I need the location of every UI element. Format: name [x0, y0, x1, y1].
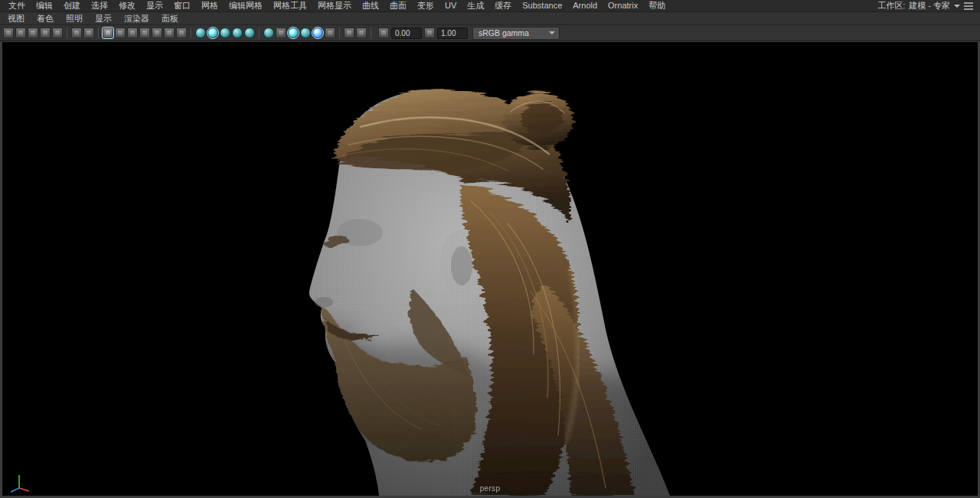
menu-item[interactable]: UV: [439, 0, 462, 11]
main-menubar: 文件编辑创建选择修改显示窗口网格编辑网格网格工具网格显示曲线曲面变形UV生成缓存…: [0, 0, 980, 11]
pan-zoom-group: [71, 28, 94, 38]
menu-item[interactable]: 编辑: [31, 0, 58, 11]
menu-item[interactable]: 修改: [113, 0, 141, 11]
grease-pencil-icon[interactable]: [83, 28, 94, 38]
xray-icon[interactable]: [356, 28, 367, 38]
exposure-icon[interactable]: [378, 28, 389, 38]
textured-icon[interactable]: [220, 28, 230, 38]
panel-menu-item[interactable]: 视图: [2, 12, 31, 24]
menu-item[interactable]: 选择: [86, 0, 113, 11]
film-gate-icon[interactable]: [115, 28, 126, 38]
depth-of-field-icon[interactable]: [325, 28, 335, 38]
toolbar-separator: [371, 28, 371, 38]
shading-group: [195, 28, 255, 38]
panel-menu-item[interactable]: 照明: [60, 12, 89, 24]
chevron-down-icon[interactable]: [954, 5, 960, 8]
motion-blur-icon[interactable]: [300, 28, 311, 38]
toolbar-separator: [339, 28, 340, 38]
viewport-3d[interactable]: persp: [2, 42, 978, 496]
smooth-shade-all-icon[interactable]: [207, 28, 218, 38]
menu-item[interactable]: 网格: [196, 0, 224, 11]
maya-window: 文件编辑创建选择修改显示窗口网格编辑网格网格工具网格显示曲线曲面变形UV生成缓存…: [0, 0, 980, 498]
viewport-frame: persp: [0, 41, 980, 498]
menu-item[interactable]: 网格工具: [268, 0, 312, 11]
multisample-anti-aliasing-icon[interactable]: [312, 28, 323, 38]
display-fields: sRGB gamma: [378, 27, 560, 40]
panel-menu-item[interactable]: 着色: [31, 12, 60, 24]
isolate-select-icon[interactable]: [344, 28, 354, 38]
menu-item[interactable]: 窗口: [168, 0, 196, 11]
menu-item[interactable]: 网格显示: [312, 0, 357, 11]
use-default-material-icon[interactable]: [232, 28, 243, 38]
menu-item[interactable]: 帮助: [643, 0, 671, 11]
bookmark-icon[interactable]: [40, 28, 51, 38]
gamma-input[interactable]: [437, 28, 468, 39]
image-plane-icon[interactable]: [52, 28, 63, 38]
screen-space-ambient-occlusion-icon[interactable]: [288, 28, 299, 38]
workspace-label: 工作区:: [877, 0, 905, 11]
resolution-gate-icon[interactable]: [127, 28, 138, 38]
panel-menu-item[interactable]: 渲染器: [118, 12, 155, 24]
panel-menubar: 视图着色照明显示渲染器面板: [0, 11, 980, 24]
gate-tools-group: [103, 28, 187, 38]
menu-item[interactable]: Ornatrix: [603, 0, 643, 11]
render-effects-group: [263, 28, 335, 38]
exposure-input[interactable]: [391, 28, 422, 39]
workspace-value: 建模 - 专家: [909, 0, 950, 11]
panel-menu-item[interactable]: 面板: [155, 12, 185, 24]
isolate-group: [344, 28, 367, 38]
color-profile-value: sRGB gamma: [479, 28, 544, 37]
wireframe-on-shaded-icon[interactable]: [244, 28, 255, 38]
gamma-icon[interactable]: [424, 28, 435, 38]
toolbar-separator: [191, 28, 191, 38]
wireframe-icon[interactable]: [195, 28, 206, 38]
menu-item[interactable]: 编辑网格: [224, 0, 268, 11]
safe-title-icon[interactable]: [176, 28, 187, 38]
safe-action-icon[interactable]: [164, 28, 175, 38]
camera-attributes-icon[interactable]: [28, 28, 38, 38]
toolbar-separator: [98, 28, 99, 38]
workspace-options-icon[interactable]: [964, 2, 973, 10]
two-d-pan-zoom-icon[interactable]: [71, 28, 82, 38]
workspace-selector[interactable]: 工作区: 建模 - 专家: [877, 0, 977, 11]
panel-menu-item[interactable]: 显示: [89, 12, 118, 24]
lock-camera-icon[interactable]: [15, 28, 26, 38]
field-chart-icon[interactable]: [152, 28, 162, 38]
axis-gizmo-icon: [7, 467, 33, 493]
camera-tools-group: [3, 28, 63, 38]
menu-item[interactable]: Arnold: [567, 0, 603, 11]
toolbar-separator: [67, 28, 67, 38]
camera-select-icon[interactable]: [3, 28, 14, 38]
color-profile-dropdown[interactable]: sRGB gamma: [472, 27, 560, 40]
toolbar-separator: [259, 28, 260, 38]
lighting-icon[interactable]: [263, 28, 274, 38]
head-model: [2, 42, 978, 496]
gate-mask-icon[interactable]: [139, 28, 150, 38]
viewport-toolbar: sRGB gamma: [0, 24, 980, 41]
menu-item[interactable]: 曲面: [384, 0, 412, 11]
menu-item[interactable]: Substance: [517, 0, 567, 11]
shadows-icon[interactable]: [276, 28, 286, 38]
menu-item[interactable]: 创建: [58, 0, 86, 11]
menu-item[interactable]: 生成: [462, 0, 489, 11]
main-menu-items: 文件编辑创建选择修改显示窗口网格编辑网格网格工具网格显示曲线曲面变形UV生成缓存…: [3, 0, 671, 11]
menu-item[interactable]: 缓存: [489, 0, 517, 11]
grid-icon[interactable]: [103, 28, 113, 38]
menu-item[interactable]: 文件: [3, 0, 31, 11]
camera-name-label: persp: [480, 484, 501, 493]
menu-item[interactable]: 显示: [141, 0, 168, 11]
panel-menu-items: 视图着色照明显示渲染器面板: [2, 12, 185, 24]
chevron-down-icon: [549, 31, 555, 34]
menu-item[interactable]: 曲线: [357, 0, 384, 11]
menu-item[interactable]: 变形: [412, 0, 439, 11]
